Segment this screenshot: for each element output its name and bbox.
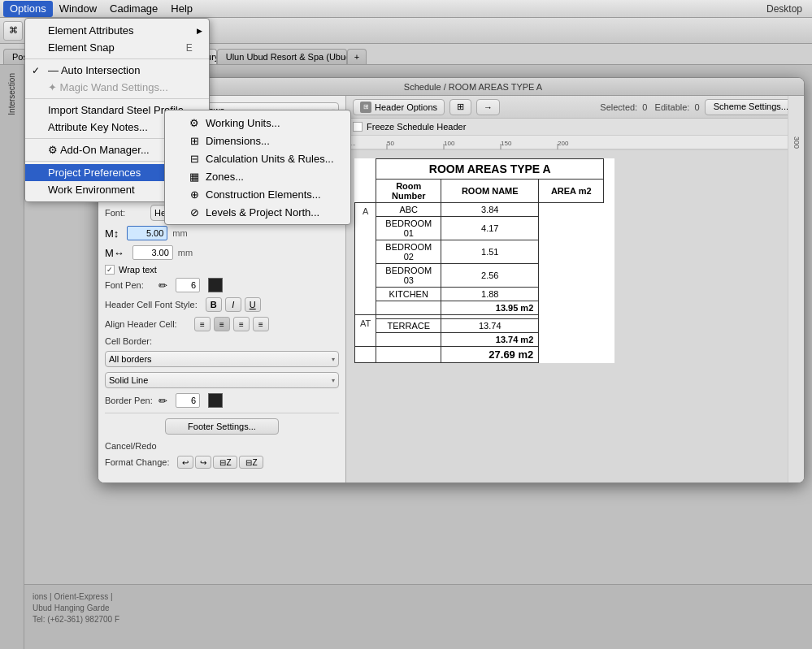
font-pen-row: Font Pen: ✏	[105, 278, 339, 292]
table-row-total: 27.69 m2	[355, 347, 614, 363]
divider-3	[105, 413, 339, 413]
grid-view-button[interactable]: ⊞	[449, 99, 471, 115]
table-row: BEDROOM 02 1.51	[355, 240, 614, 264]
toolbar-btn-1[interactable]: ⌘	[3, 21, 23, 41]
align-center-button[interactable]: ≡	[214, 317, 230, 331]
element-attributes-item[interactable]: Element Attributes	[25, 22, 209, 39]
header-cell-font-row: Header Cell Font Style: B I U	[105, 297, 339, 312]
pen-color-swatch[interactable]	[208, 278, 223, 292]
project-preferences-submenu: ⚙ Working Units... ⊞ Dimensions... ⊟ Cal…	[164, 110, 351, 225]
border-pen-swatch[interactable]	[208, 393, 223, 408]
col2-header: ROOM NAME	[441, 180, 539, 203]
undo-button-3[interactable]: ⊟Z	[213, 456, 237, 469]
zones-item[interactable]: ▦ Zones...	[165, 167, 350, 185]
dimensions-icon: ⊞	[188, 134, 201, 147]
scheme-settings-button[interactable]: Scheme Settings...	[705, 99, 797, 115]
table-row: KITCHEN 1.88	[355, 288, 614, 301]
cell-border-select-arrow: ▾	[332, 356, 335, 363]
calculation-icon: ⊟	[188, 152, 201, 165]
border-pen-input[interactable]	[176, 393, 200, 408]
table-cell: 1.88	[441, 288, 539, 301]
menu-bar: Options Window Cadimage Help Desktop	[0, 0, 812, 18]
working-units-item[interactable]: ⚙ Working Units...	[165, 114, 350, 132]
undo-button-4[interactable]: ⊟Z	[239, 456, 263, 469]
menu-options[interactable]: Options	[3, 1, 53, 17]
browser-tab-add[interactable]: +	[347, 49, 367, 64]
table-cell: BEDROOM 01	[376, 217, 441, 240]
construction-elements-item[interactable]: ⊕ Construction Elements...	[165, 185, 350, 203]
window-title: Schedule / ROOM AREAS TYPE A	[149, 82, 797, 92]
magic-wand-item[interactable]: ✦ Magic Wand Settings...	[25, 79, 209, 96]
line-style-arrow: ▾	[332, 377, 335, 384]
schedule-content: ROOM AREAS TYPE A Room Number R	[346, 150, 804, 371]
table-cell: 4.17	[441, 217, 539, 240]
calculation-units-item[interactable]: ⊟ Calculation Units & Rules...	[165, 149, 350, 167]
format-change-label: Format Change:	[105, 457, 169, 467]
table-cell: 13.74	[441, 319, 539, 333]
selected-info: Selected: 0 Editable: 0	[600, 102, 699, 112]
wrap-text-checkbox[interactable]	[105, 265, 115, 275]
line-style-row: Solid Line ▾	[105, 372, 339, 388]
desktop-label: Desktop	[766, 3, 809, 15]
m2-icon: M↔	[105, 247, 124, 259]
italic-button[interactable]: I	[225, 297, 241, 312]
construction-icon: ⊕	[188, 188, 201, 201]
header-options-button[interactable]: ⊞ Header Options	[353, 99, 445, 115]
element-snap-item[interactable]: Element Snap E	[25, 39, 209, 56]
dimensions-item[interactable]: ⊞ Dimensions...	[165, 132, 350, 149]
bottom-area: ions | Orient-Express | Ubud Hanging Gar…	[24, 584, 812, 649]
border-pen-row: Border Pen: ✏	[105, 393, 339, 408]
svg-text:...: ...	[350, 140, 356, 147]
cell-border-label: Cell Border:	[105, 336, 152, 346]
menu-help[interactable]: Help	[164, 1, 199, 17]
vertical-ruler-label: 300	[792, 136, 801, 149]
header-cell-font-label: Header Cell Font Style:	[105, 300, 198, 309]
m2-input[interactable]	[132, 245, 173, 260]
working-units-icon: ⚙	[188, 116, 201, 129]
arrow-button[interactable]: →	[476, 99, 500, 115]
schedule-table: ROOM AREAS TYPE A Room Number R	[354, 158, 614, 363]
bottom-left-text: ions | Orient-Express |	[33, 591, 804, 603]
footer-settings-button[interactable]: Footer Settings...	[165, 418, 279, 435]
browser-tab-2[interactable]: Ulun Ubud Resort & Spa (Ubud, In... ✕	[217, 49, 347, 64]
border-pen-icon: ✏	[158, 395, 167, 407]
table-row: 13.95 m2	[355, 301, 614, 315]
font-pen-input[interactable]	[176, 278, 200, 292]
table-cell	[376, 333, 441, 347]
auto-intersection-item[interactable]: — Auto Intersection	[25, 62, 209, 79]
format-change-row: Format Change: ↩ ↪ ⊟Z ⊟Z	[105, 456, 339, 469]
table-cell-subtotal2: 13.74 m2	[441, 333, 539, 347]
zones-icon: ▦	[188, 170, 201, 183]
align-left-button[interactable]: ≡	[194, 317, 211, 331]
header-options-icon: ⊞	[360, 102, 371, 113]
align-header-label: Align Header Cell:	[105, 319, 186, 329]
intersection-label: Intersection	[7, 73, 16, 115]
menu-divider-2	[25, 98, 209, 99]
undo-button-1[interactable]: ↩	[177, 456, 193, 469]
align-right-button[interactable]: ≡	[233, 317, 250, 331]
align-header-row: Align Header Cell: ≡ ≡ ≡ ≡	[105, 317, 339, 331]
table-cell: 3.84	[441, 203, 539, 217]
vertical-ruler: 300	[788, 96, 804, 482]
cell-border-select[interactable]: All borders ▾	[105, 351, 339, 367]
m1-input[interactable]	[127, 226, 167, 240]
table-cell: BEDROOM 02	[376, 240, 441, 264]
levels-project-north-item[interactable]: ⊘ Levels & Project North...	[165, 203, 350, 221]
table-cell: 1.51	[441, 240, 539, 264]
table-row: TERRACE 13.74	[355, 319, 614, 333]
menu-cadimage[interactable]: Cadimage	[103, 1, 164, 17]
cell-border-row: Cell Border:	[105, 336, 339, 346]
table-cell	[376, 301, 441, 315]
m1-row: M↕ mm	[105, 226, 339, 240]
freeze-header-checkbox[interactable]	[353, 122, 363, 132]
align-justify-button[interactable]: ≡	[253, 317, 269, 331]
bold-button[interactable]: B	[206, 297, 222, 312]
pen-icon: ✏	[158, 279, 167, 292]
line-style-select[interactable]: Solid Line ▾	[105, 372, 339, 388]
m2-row: M↔ mm	[105, 245, 339, 260]
table-cell: 2.56	[441, 264, 539, 288]
table-row: ROOM AREAS TYPE A	[355, 159, 614, 180]
underline-button[interactable]: U	[245, 297, 261, 312]
menu-window[interactable]: Window	[53, 1, 103, 17]
undo-button-2[interactable]: ↪	[195, 456, 211, 469]
